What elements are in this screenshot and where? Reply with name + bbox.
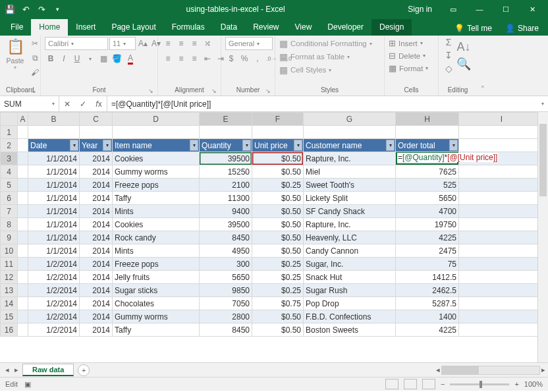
cell[interactable]: $0.50	[252, 244, 304, 258]
worksheet-grid[interactable]: A B C D E F G H I 1 2 Date▾ Year▾ Item n…	[0, 112, 548, 362]
table-header-total[interactable]: Order total▾	[396, 139, 459, 152]
cell[interactable]: 5650	[396, 192, 459, 205]
cell[interactable]: 2014	[80, 179, 113, 192]
collapse-ribbon-icon[interactable]: ˄	[477, 36, 489, 96]
zoom-thumb[interactable]	[480, 381, 482, 388]
table-header-qty[interactable]: Quantity▾	[200, 139, 252, 152]
filter-dropdown-icon[interactable]: ▾	[103, 140, 111, 151]
tab-view[interactable]: View	[287, 19, 320, 36]
cell[interactable]: 7050	[200, 297, 252, 310]
row-header[interactable]: 13	[1, 284, 18, 297]
select-all-button[interactable]	[1, 113, 18, 126]
cell[interactable]: 39500	[200, 218, 252, 231]
tab-developer[interactable]: Developer	[319, 19, 371, 36]
dialog-launcher-icon[interactable]: ↘	[31, 88, 36, 94]
macro-record-icon[interactable]: ▣	[24, 380, 31, 389]
cell[interactable]: F.B.D. Confections	[304, 310, 396, 323]
row-header[interactable]: 16	[1, 323, 18, 337]
tab-design[interactable]: Design	[371, 19, 412, 36]
cell[interactable]: 7625	[396, 165, 459, 179]
filter-dropdown-icon[interactable]: ▾	[294, 140, 302, 151]
cell[interactable]: Rapture, Inc.	[304, 218, 396, 231]
col-header[interactable]: D	[113, 113, 200, 126]
cell[interactable]: Jelly fruits	[113, 271, 200, 284]
cell[interactable]: 2014	[80, 310, 113, 323]
sort-filter-icon[interactable]: A↓	[456, 40, 470, 54]
table-header-date[interactable]: Date▾	[28, 139, 80, 152]
redo-icon[interactable]: ↷	[36, 3, 47, 15]
cell[interactable]: 1/2/2014	[28, 284, 80, 297]
number-format-combo[interactable]: General▾	[225, 37, 273, 50]
dialog-launcher-icon[interactable]: ↘	[265, 88, 271, 94]
tab-insert[interactable]: Insert	[68, 19, 103, 36]
tell-me[interactable]: 💡Tell me	[448, 21, 499, 36]
cell[interactable]: $0.50	[252, 218, 304, 231]
cell[interactable]: Rapture, Inc.	[304, 152, 396, 165]
cell[interactable]: $0.25	[252, 284, 304, 297]
cell[interactable]: 525	[396, 179, 459, 192]
align-middle-icon[interactable]: ≡	[175, 37, 187, 50]
table-header-item[interactable]: Item name▾	[113, 139, 200, 152]
cell[interactable]: 2014	[80, 297, 113, 310]
format-cells-button[interactable]: ▦Format▾	[389, 63, 428, 73]
dialog-launcher-icon[interactable]: ↘	[148, 88, 153, 94]
cell[interactable]: 8450	[200, 231, 252, 244]
filter-dropdown-icon[interactable]: ▾	[70, 140, 78, 151]
cell[interactable]: 2014	[80, 192, 113, 205]
cell[interactable]: 300	[200, 258, 252, 271]
conditional-formatting-button[interactable]: ▦Conditional Formatting▾	[279, 38, 372, 49]
italic-button[interactable]: I	[58, 52, 70, 65]
increase-font-icon[interactable]: A▴	[137, 37, 149, 50]
cell[interactable]: Candy Cannon	[304, 244, 396, 258]
scrollbar-thumb[interactable]	[442, 366, 479, 374]
cell[interactable]: $0.50	[252, 152, 304, 165]
cell[interactable]: $0.50	[252, 165, 304, 179]
filter-dropdown-icon[interactable]: ▾	[190, 140, 198, 151]
cancel-formula-icon[interactable]: ✕	[59, 99, 75, 109]
cell[interactable]: Chocolates	[113, 297, 200, 310]
cell[interactable]: Freeze pops	[113, 179, 200, 192]
align-center-icon[interactable]: ≡	[175, 52, 187, 65]
cell[interactable]: $0.50	[252, 192, 304, 205]
zoom-level[interactable]: 100%	[524, 380, 543, 388]
table-header-customer[interactable]: Customer name▾	[304, 139, 396, 152]
font-size-combo[interactable]: 11▾	[109, 37, 136, 50]
col-header[interactable]: E	[200, 113, 252, 126]
tab-scroll-right-icon[interactable]: ▸	[12, 366, 21, 374]
cell[interactable]: 2014	[80, 323, 113, 337]
row-header[interactable]: 8	[1, 218, 18, 231]
row-header[interactable]: 12	[1, 271, 18, 284]
cell[interactable]: Pop Drop	[304, 297, 396, 310]
cell[interactable]: 75	[396, 258, 459, 271]
cell[interactable]: Sugar sticks	[113, 284, 200, 297]
tab-page-layout[interactable]: Page Layout	[103, 19, 163, 36]
cell-styles-button[interactable]: ▦Cell Styles▾	[279, 65, 372, 75]
maximize-button[interactable]: ☐	[494, 0, 518, 18]
qat-more-icon[interactable]: ▾	[51, 3, 63, 15]
cell[interactable]: 1400	[396, 310, 459, 323]
cell[interactable]: 1/2/2014	[28, 323, 80, 337]
cell[interactable]: $0.25	[252, 258, 304, 271]
percent-format-icon[interactable]: %	[238, 52, 250, 65]
fill-icon[interactable]: ↧	[445, 50, 452, 61]
autosum-icon[interactable]: Σ	[446, 37, 452, 47]
format-as-table-button[interactable]: ▦Format as Table▾	[279, 51, 372, 62]
font-name-combo[interactable]: Calibri▾	[45, 37, 108, 50]
row-header[interactable]: 14	[1, 297, 18, 310]
find-select-icon[interactable]: 🔍	[456, 57, 471, 71]
align-bottom-icon[interactable]: ≡	[188, 37, 200, 50]
cell[interactable]: 1/1/2014	[28, 244, 80, 258]
tab-home[interactable]: Home	[31, 19, 68, 36]
cell[interactable]: $0.50	[252, 323, 304, 337]
zoom-in-button[interactable]: +	[514, 380, 518, 388]
cell[interactable]: Lickety Split	[304, 192, 396, 205]
view-pagelayout-icon[interactable]	[404, 379, 417, 389]
col-header[interactable]: F	[252, 113, 304, 126]
name-box[interactable]: SUM▾	[0, 96, 59, 111]
cell[interactable]: $0.25	[252, 179, 304, 192]
format-painter-icon[interactable]: 🖌	[29, 66, 41, 79]
cell[interactable]: 1/2/2014	[28, 258, 80, 271]
cell[interactable]: 4950	[200, 244, 252, 258]
clear-icon[interactable]: ◇	[445, 63, 452, 74]
cell[interactable]: Sweet Tooth's	[304, 179, 396, 192]
